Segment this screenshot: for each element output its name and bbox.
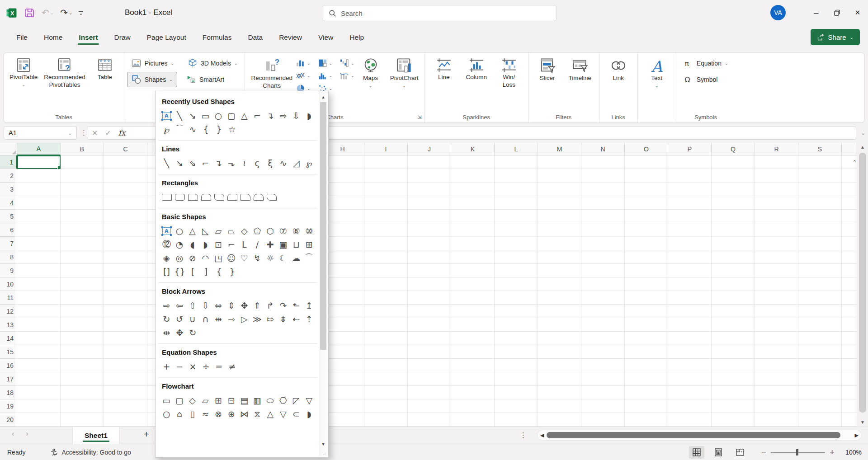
- cell-P16[interactable]: [668, 359, 712, 372]
- cell-Q17[interactable]: [712, 372, 755, 386]
- cell-N11[interactable]: [581, 291, 625, 305]
- pivottable-button[interactable]: PivotTable⌄: [6, 56, 41, 89]
- shape-preparation-icon[interactable]: ⎔: [277, 394, 290, 407]
- column-header-B[interactable]: B: [61, 143, 104, 155]
- cell-J1[interactable]: [408, 155, 451, 169]
- cell-A19[interactable]: [17, 399, 61, 413]
- shape-snip-same-side-corner-rectangle-icon[interactable]: [199, 191, 212, 204]
- cell-C6[interactable]: [104, 223, 147, 237]
- cell-P10[interactable]: [668, 277, 712, 291]
- restore-button[interactable]: [826, 0, 847, 25]
- cell-B2[interactable]: [61, 169, 104, 183]
- shape-left-brace-icon[interactable]: {: [212, 265, 226, 278]
- shape-decagon-icon[interactable]: ⑩: [302, 225, 316, 238]
- cell-A4[interactable]: [17, 196, 61, 210]
- shape-callout-quad-arrow-icon[interactable]: ✥: [173, 326, 186, 339]
- cell-M18[interactable]: [538, 386, 581, 399]
- scroll-right-icon[interactable]: ▶: [855, 432, 859, 438]
- menu-scrollbar[interactable]: ▲ ▼ .:: [319, 92, 327, 456]
- cell-I3[interactable]: [364, 183, 408, 196]
- shape-smiley-face-icon[interactable]: ☺: [225, 252, 238, 265]
- cell-S6[interactable]: [798, 223, 842, 237]
- cell-C13[interactable]: [104, 318, 147, 332]
- cell-N10[interactable]: [581, 277, 625, 291]
- customize-quick-access-icon[interactable]: ⌄: [79, 11, 83, 14]
- cell-B9[interactable]: [61, 264, 104, 277]
- ribbon-tab-home[interactable]: Home: [38, 30, 69, 45]
- cell-J15[interactable]: [408, 345, 451, 359]
- cell-C8[interactable]: [104, 250, 147, 264]
- shape-line-icon[interactable]: ╲: [173, 109, 186, 122]
- shape-arrow-pentagon-icon[interactable]: ▷: [238, 313, 251, 326]
- cell-K11[interactable]: [451, 291, 495, 305]
- shape-multidocument-icon[interactable]: ▥: [251, 394, 264, 407]
- shape-star-icon[interactable]: ☆: [226, 123, 239, 136]
- close-button[interactable]: ✕: [847, 0, 868, 25]
- cell-B6[interactable]: [61, 223, 104, 237]
- cell-C16[interactable]: [104, 359, 147, 372]
- shape-text-box-icon[interactable]: A: [160, 109, 173, 122]
- cell-J12[interactable]: [408, 305, 451, 318]
- column-header-R[interactable]: R: [755, 143, 798, 155]
- cell-L2[interactable]: [495, 169, 538, 183]
- cell-N8[interactable]: [581, 250, 625, 264]
- row-header-10[interactable]: 10: [0, 277, 17, 291]
- minimize-button[interactable]: ─: [806, 0, 826, 25]
- cell-A18[interactable]: [17, 386, 61, 399]
- cell-L4[interactable]: [495, 196, 538, 210]
- cell-I2[interactable]: [364, 169, 408, 183]
- cell-J5[interactable]: [408, 210, 451, 223]
- expand-formula-bar-icon[interactable]: ⌄: [861, 130, 865, 136]
- shape-arrow-up-icon[interactable]: ⇧: [186, 299, 199, 312]
- cell-N18[interactable]: [581, 386, 625, 399]
- cell-P20[interactable]: [668, 413, 712, 427]
- recommended-pivottables-button[interactable]: ?Recommended PivotTables: [41, 56, 89, 91]
- cell-C18[interactable]: [104, 386, 147, 399]
- cell-K5[interactable]: [451, 210, 495, 223]
- sheet-tab-active[interactable]: Sheet1: [72, 427, 120, 444]
- cell-R5[interactable]: [755, 210, 798, 223]
- shape-document-icon[interactable]: ▤: [238, 394, 251, 407]
- cell-P11[interactable]: [668, 291, 712, 305]
- shape-alternate-process-icon[interactable]: ▢: [173, 394, 186, 407]
- cell-O1[interactable]: [625, 155, 668, 169]
- zoom-slider-thumb[interactable]: [796, 449, 798, 455]
- cell-N1[interactable]: [581, 155, 625, 169]
- cell-R9[interactable]: [755, 264, 798, 277]
- cell-C12[interactable]: [104, 305, 147, 318]
- ribbon-tab-review[interactable]: Review: [273, 30, 308, 45]
- column-header-I[interactable]: I: [364, 143, 408, 155]
- shape-or-icon[interactable]: ⊕: [225, 408, 238, 421]
- shape-heart-icon[interactable]: ♡: [238, 252, 251, 265]
- shape-oval-icon[interactable]: ○: [212, 109, 225, 122]
- cell-N7[interactable]: [581, 237, 625, 250]
- excel-logo-icon[interactable]: X: [5, 7, 18, 19]
- cell-L8[interactable]: [495, 250, 538, 264]
- row-header-15[interactable]: 15: [0, 345, 17, 359]
- shape-multiply-icon[interactable]: ×: [186, 360, 199, 373]
- cell-O16[interactable]: [625, 359, 668, 372]
- shape-manual-input-icon[interactable]: ◸: [290, 394, 303, 407]
- cell-J19[interactable]: [408, 399, 451, 413]
- shape-arrow-left-up-icon[interactable]: ⬑: [290, 299, 303, 312]
- table-button[interactable]: Table: [89, 56, 121, 83]
- shape-diagonal-stripe-icon[interactable]: ∕: [251, 238, 264, 251]
- cell-A13[interactable]: [17, 318, 61, 332]
- cell-A11[interactable]: [17, 291, 61, 305]
- maps-button[interactable]: Maps⌄: [354, 56, 387, 90]
- cell-S2[interactable]: [798, 169, 842, 183]
- statistic-chart-button[interactable]: ⌄: [318, 71, 333, 80]
- shape-elbow-double-arrow-connector-icon[interactable]: ⬎: [225, 157, 238, 170]
- shape-delay-icon[interactable]: ◗: [302, 408, 316, 421]
- shape-arc-icon[interactable]: ⌒: [302, 252, 316, 265]
- shape-predefined-process-icon[interactable]: ⊞: [212, 394, 225, 407]
- cell-L9[interactable]: [495, 264, 538, 277]
- shape-right-triangle-icon[interactable]: ◺: [199, 225, 212, 238]
- cell-A3[interactable]: [17, 183, 61, 196]
- cell-S18[interactable]: [798, 386, 842, 399]
- shape-arrow-circular-icon[interactable]: ↻: [186, 326, 199, 339]
- select-all-corner[interactable]: ◢: [0, 143, 17, 155]
- shape-process-icon[interactable]: ▭: [160, 394, 173, 407]
- cell-C19[interactable]: [104, 399, 147, 413]
- cell-Q12[interactable]: [712, 305, 755, 318]
